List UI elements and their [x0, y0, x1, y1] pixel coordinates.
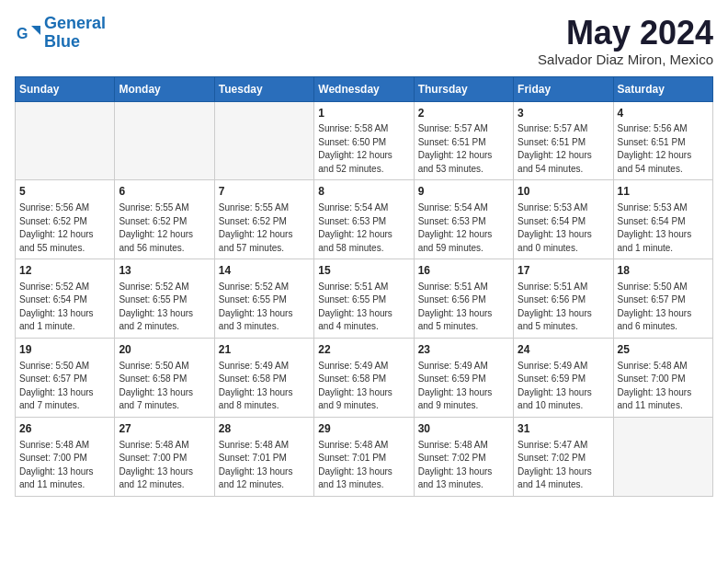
calendar-cell: 7Sunrise: 5:55 AM Sunset: 6:52 PM Daylig… — [214, 180, 313, 259]
calendar-cell: 6Sunrise: 5:55 AM Sunset: 6:52 PM Daylig… — [115, 180, 214, 259]
day-info: Sunrise: 5:56 AM Sunset: 6:52 PM Dayligh… — [19, 201, 110, 255]
day-info: Sunrise: 5:48 AM Sunset: 7:00 PM Dayligh… — [618, 360, 709, 413]
day-info: Sunrise: 5:52 AM Sunset: 6:55 PM Dayligh… — [219, 281, 310, 334]
day-info: Sunrise: 5:48 AM Sunset: 7:00 PM Dayligh… — [119, 439, 210, 492]
day-number: 23 — [418, 342, 509, 358]
calendar-cell: 15Sunrise: 5:51 AM Sunset: 6:55 PM Dayli… — [314, 259, 414, 339]
day-info: Sunrise: 5:48 AM Sunset: 7:01 PM Dayligh… — [318, 439, 409, 492]
calendar-cell: 20Sunrise: 5:50 AM Sunset: 6:58 PM Dayli… — [115, 338, 214, 417]
calendar-cell: 1Sunrise: 5:58 AM Sunset: 6:50 PM Daylig… — [314, 101, 414, 180]
day-number: 31 — [518, 421, 609, 437]
calendar-cell: 17Sunrise: 5:51 AM Sunset: 6:56 PM Dayli… — [514, 259, 613, 339]
month-title: May 2024 — [538, 15, 713, 52]
calendar-cell: 8Sunrise: 5:54 AM Sunset: 6:53 PM Daylig… — [314, 180, 414, 259]
svg-marker-1 — [31, 26, 40, 35]
day-number: 9 — [418, 184, 509, 200]
day-number: 1 — [318, 106, 409, 121]
weekday-header: Thursday — [414, 76, 513, 101]
calendar-cell: 21Sunrise: 5:49 AM Sunset: 6:58 PM Dayli… — [214, 338, 313, 417]
day-info: Sunrise: 5:54 AM Sunset: 6:53 PM Dayligh… — [418, 201, 509, 255]
calendar-cell: 24Sunrise: 5:49 AM Sunset: 6:59 PM Dayli… — [514, 338, 613, 417]
day-info: Sunrise: 5:58 AM Sunset: 6:50 PM Dayligh… — [318, 122, 409, 176]
calendar-cell — [214, 101, 313, 180]
day-info: Sunrise: 5:49 AM Sunset: 6:59 PM Dayligh… — [518, 360, 609, 413]
calendar-cell: 4Sunrise: 5:56 AM Sunset: 6:51 PM Daylig… — [613, 101, 712, 180]
day-info: Sunrise: 5:51 AM Sunset: 6:56 PM Dayligh… — [518, 281, 609, 334]
day-number: 5 — [19, 184, 110, 200]
day-number: 20 — [119, 342, 210, 358]
day-info: Sunrise: 5:49 AM Sunset: 6:58 PM Dayligh… — [318, 360, 409, 413]
calendar-cell: 11Sunrise: 5:53 AM Sunset: 6:54 PM Dayli… — [613, 180, 712, 259]
day-number: 8 — [318, 184, 409, 200]
day-info: Sunrise: 5:57 AM Sunset: 6:51 PM Dayligh… — [518, 122, 609, 176]
day-number: 3 — [518, 106, 609, 121]
weekday-header: Tuesday — [214, 76, 313, 101]
day-info: Sunrise: 5:51 AM Sunset: 6:55 PM Dayligh… — [318, 281, 409, 334]
calendar-cell: 14Sunrise: 5:52 AM Sunset: 6:55 PM Dayli… — [214, 259, 313, 339]
calendar-week-row: 1Sunrise: 5:58 AM Sunset: 6:50 PM Daylig… — [16, 101, 713, 180]
day-number: 24 — [518, 342, 609, 358]
calendar-cell: 26Sunrise: 5:48 AM Sunset: 7:00 PM Dayli… — [16, 417, 115, 496]
calendar-cell — [16, 101, 115, 180]
day-info: Sunrise: 5:53 AM Sunset: 6:54 PM Dayligh… — [518, 201, 609, 255]
calendar-cell: 28Sunrise: 5:48 AM Sunset: 7:01 PM Dayli… — [214, 417, 313, 496]
day-info: Sunrise: 5:50 AM Sunset: 6:57 PM Dayligh… — [618, 281, 709, 334]
day-info: Sunrise: 5:49 AM Sunset: 6:59 PM Dayligh… — [418, 360, 509, 413]
title-block: May 2024 Salvador Diaz Miron, Mexico — [538, 15, 713, 67]
day-info: Sunrise: 5:52 AM Sunset: 6:55 PM Dayligh… — [119, 281, 210, 334]
day-number: 11 — [618, 184, 709, 200]
day-number: 30 — [418, 421, 509, 437]
day-info: Sunrise: 5:47 AM Sunset: 7:02 PM Dayligh… — [518, 439, 609, 492]
day-number: 27 — [119, 421, 210, 437]
calendar-cell: 16Sunrise: 5:51 AM Sunset: 6:56 PM Dayli… — [414, 259, 513, 339]
day-info: Sunrise: 5:48 AM Sunset: 7:01 PM Dayligh… — [219, 439, 310, 492]
calendar-header-row: SundayMondayTuesdayWednesdayThursdayFrid… — [16, 76, 713, 101]
day-number: 29 — [318, 421, 409, 437]
calendar-cell: 18Sunrise: 5:50 AM Sunset: 6:57 PM Dayli… — [613, 259, 712, 339]
calendar-cell — [115, 101, 214, 180]
day-info: Sunrise: 5:56 AM Sunset: 6:51 PM Dayligh… — [618, 122, 709, 176]
day-number: 2 — [418, 106, 509, 121]
svg-text:G: G — [17, 26, 28, 41]
weekday-header: Saturday — [613, 76, 712, 101]
day-info: Sunrise: 5:55 AM Sunset: 6:52 PM Dayligh… — [119, 201, 210, 255]
calendar-week-row: 12Sunrise: 5:52 AM Sunset: 6:54 PM Dayli… — [16, 259, 713, 339]
location: Salvador Diaz Miron, Mexico — [538, 52, 713, 67]
day-number: 17 — [518, 263, 609, 279]
page-header: G General Blue May 2024 Salvador Diaz Mi… — [15, 15, 713, 67]
calendar-cell: 29Sunrise: 5:48 AM Sunset: 7:01 PM Dayli… — [314, 417, 414, 496]
day-info: Sunrise: 5:50 AM Sunset: 6:57 PM Dayligh… — [19, 360, 110, 413]
day-number: 18 — [618, 263, 709, 279]
calendar-cell: 2Sunrise: 5:57 AM Sunset: 6:51 PM Daylig… — [414, 101, 513, 180]
calendar-cell: 22Sunrise: 5:49 AM Sunset: 6:58 PM Dayli… — [314, 338, 414, 417]
day-number: 21 — [219, 342, 310, 358]
logo: G General Blue — [15, 15, 106, 52]
day-number: 7 — [219, 184, 310, 200]
calendar-cell: 19Sunrise: 5:50 AM Sunset: 6:57 PM Dayli… — [16, 338, 115, 417]
day-number: 10 — [518, 184, 609, 200]
day-info: Sunrise: 5:50 AM Sunset: 6:58 PM Dayligh… — [119, 360, 210, 413]
logo-icon: G — [15, 20, 40, 46]
calendar-cell — [613, 417, 712, 496]
calendar-cell: 23Sunrise: 5:49 AM Sunset: 6:59 PM Dayli… — [414, 338, 513, 417]
calendar-cell: 13Sunrise: 5:52 AM Sunset: 6:55 PM Dayli… — [115, 259, 214, 339]
calendar-week-row: 26Sunrise: 5:48 AM Sunset: 7:00 PM Dayli… — [16, 417, 713, 496]
day-number: 25 — [618, 342, 709, 358]
calendar-cell: 30Sunrise: 5:48 AM Sunset: 7:02 PM Dayli… — [414, 417, 513, 496]
day-number: 4 — [618, 106, 709, 121]
calendar-cell: 12Sunrise: 5:52 AM Sunset: 6:54 PM Dayli… — [16, 259, 115, 339]
weekday-header: Friday — [514, 76, 613, 101]
calendar-cell: 31Sunrise: 5:47 AM Sunset: 7:02 PM Dayli… — [514, 417, 613, 496]
calendar-week-row: 5Sunrise: 5:56 AM Sunset: 6:52 PM Daylig… — [16, 180, 713, 259]
day-info: Sunrise: 5:49 AM Sunset: 6:58 PM Dayligh… — [219, 360, 310, 413]
day-info: Sunrise: 5:55 AM Sunset: 6:52 PM Dayligh… — [219, 201, 310, 255]
day-number: 12 — [19, 263, 110, 279]
day-number: 19 — [19, 342, 110, 358]
calendar-cell: 5Sunrise: 5:56 AM Sunset: 6:52 PM Daylig… — [16, 180, 115, 259]
day-info: Sunrise: 5:54 AM Sunset: 6:53 PM Dayligh… — [318, 201, 409, 255]
day-info: Sunrise: 5:53 AM Sunset: 6:54 PM Dayligh… — [618, 201, 709, 255]
day-number: 16 — [418, 263, 509, 279]
calendar-cell: 25Sunrise: 5:48 AM Sunset: 7:00 PM Dayli… — [613, 338, 712, 417]
logo-text: General Blue — [44, 15, 106, 52]
weekday-header: Monday — [115, 76, 214, 101]
